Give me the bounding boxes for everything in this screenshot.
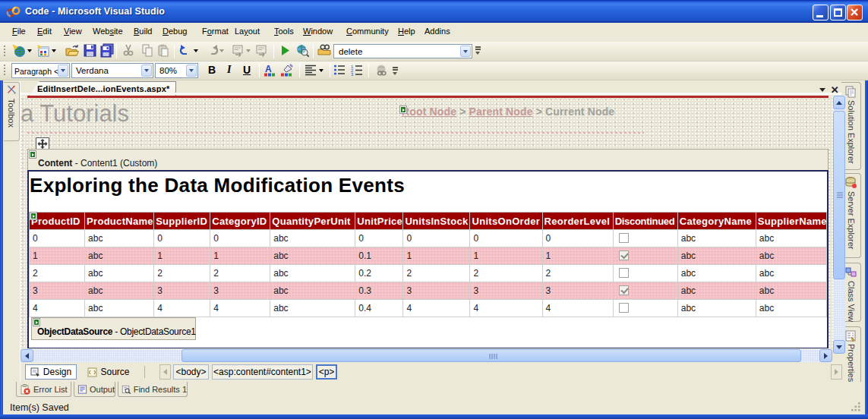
svg-text:A: A bbox=[265, 64, 272, 74]
svg-text:3: 3 bbox=[351, 72, 354, 76]
